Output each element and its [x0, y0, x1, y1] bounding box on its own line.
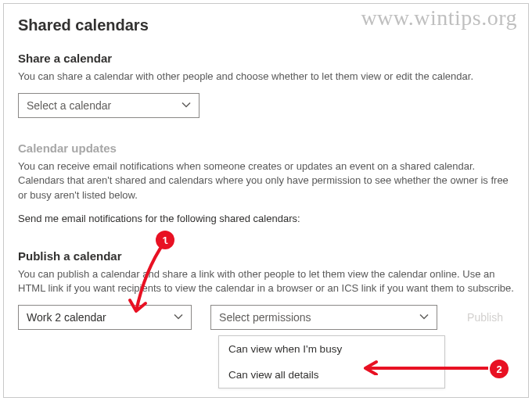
share-heading: Share a calendar	[18, 52, 514, 65]
updates-instruction: Send me email notifications for the foll…	[18, 212, 514, 226]
permission-dropdown-menu: Can view when I'm busy Can view all deta…	[218, 335, 445, 388]
publish-calendar-select-value: Work 2 calendar	[27, 311, 106, 324]
permission-option-all-details[interactable]: Can view all details	[219, 362, 444, 388]
share-calendar-select[interactable]: Select a calendar	[18, 93, 200, 118]
chevron-down-icon	[174, 311, 183, 324]
publish-section: Publish a calendar You can publish a cal…	[18, 249, 514, 330]
share-section: Share a calendar You can share a calenda…	[18, 52, 514, 118]
permission-option-busy[interactable]: Can view when I'm busy	[219, 336, 444, 362]
chevron-down-icon	[182, 99, 191, 112]
updates-description: You can receive email notifications when…	[18, 159, 514, 202]
annotation-badge-1: 1	[156, 231, 174, 249]
share-calendar-select-value: Select a calendar	[27, 99, 111, 112]
publish-button[interactable]: Publish	[456, 305, 514, 330]
page-title: Shared calendars	[18, 16, 514, 34]
publish-heading: Publish a calendar	[18, 249, 514, 263]
annotation-badge-2: 2	[490, 360, 509, 378]
publish-description: You can publish a calendar and share a l…	[18, 267, 514, 295]
share-description: You can share a calendar with other peop…	[18, 70, 514, 84]
updates-heading: Calendar updates	[18, 141, 514, 155]
publish-permission-select[interactable]: Select permissions	[210, 305, 437, 330]
publish-permission-placeholder: Select permissions	[219, 311, 311, 324]
chevron-down-icon	[419, 311, 429, 324]
updates-section: Calendar updates You can receive email n…	[18, 141, 514, 226]
publish-calendar-select[interactable]: Work 2 calendar	[18, 305, 192, 330]
